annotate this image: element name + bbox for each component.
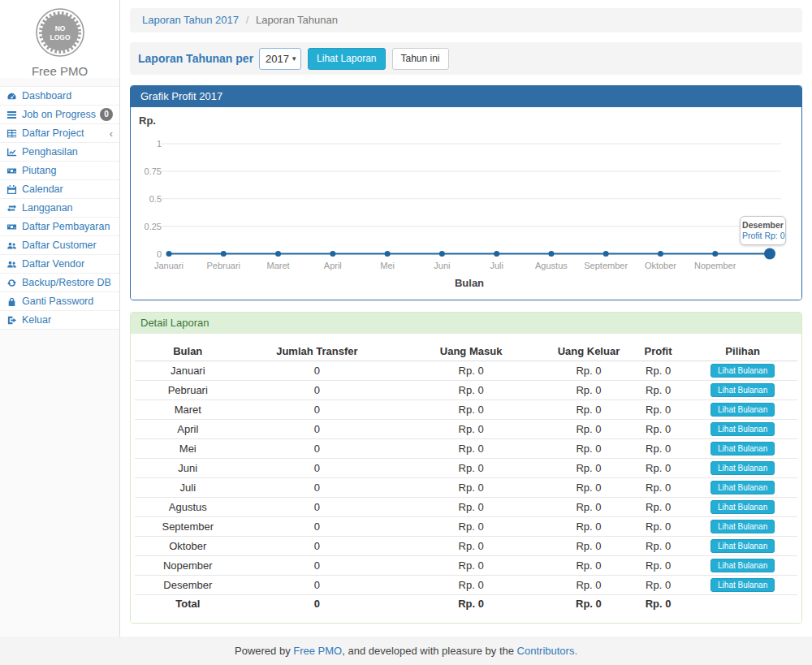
year-select[interactable]: 2017 [259,48,301,70]
bulan-cell: Maret [135,400,241,420]
refresh-icon [6,278,18,288]
uang_keluar-cell: Rp. 0 [549,420,628,439]
footer-link[interactable]: Contributors. [517,645,577,657]
x-tick-label: Maret [266,261,289,270]
users-icon [6,240,18,251]
sidebar-item-daftar-project[interactable]: Daftar Project‹ [0,124,119,143]
sidebar-item-calendar[interactable]: Calendar [0,180,119,199]
y-tick-label: 0.5 [149,194,162,204]
table-row: Juni0Rp. 0Rp. 0Rp. 0Lihat Bulanan [135,459,797,478]
sidebar-item-penghasilan[interactable]: Penghasilan [0,143,119,162]
sidebar-item-backup-restore-db[interactable]: Backup/Restore DB [0,274,119,292]
chart-point[interactable] [548,251,554,257]
breadcrumb-link[interactable]: Laporan Tahun 2017 [142,14,239,26]
column-header: Uang Keluar [549,342,628,361]
footer-link[interactable]: Free PMO [293,645,342,657]
chart-canvas[interactable]: 00.250.50.751JanuariPebruariMaretAprilMe… [131,107,801,300]
profit-cell: Rp. 0 [628,478,688,498]
uang_keluar-cell: Rp. 0 [549,459,628,478]
view-monthly-button[interactable]: Lihat Bulanan [710,559,775,572]
x-tick-label: Oktober [645,261,676,270]
lock-icon [6,296,18,307]
sidebar-item-daftar-customer[interactable]: Daftar Customer [0,236,119,255]
chart-point[interactable] [330,251,335,257]
chart-point[interactable] [764,248,775,260]
dashboard-icon [6,91,18,101]
main-content: Laporan Tahun 2017 / Laporan Tahunan Lap… [130,0,802,624]
profit-line-chart[interactable]: Rp. 00.250.50.751JanuariPebruariMaretApr… [131,107,801,300]
view-monthly-button[interactable]: Lihat Bulanan [710,520,775,533]
sidebar-item-keluar[interactable]: Keluar [0,311,119,330]
exchange-icon [6,203,18,214]
action-cell: Lihat Bulanan [688,576,797,595]
chart-point[interactable] [494,251,499,257]
action-cell: Lihat Bulanan [688,498,797,517]
x-tick-label: Pebruari [206,261,240,270]
jumlah_transfer-cell: 0 [241,400,394,420]
detail-report-panel: Detail Laporan BulanJumlah TransferUang … [130,312,802,624]
view-monthly-button[interactable]: Lihat Bulanan [710,442,775,456]
year-filter-bar: Laporan Tahunan per 2017 ▼ Lihat Laporan… [130,42,802,75]
breadcrumb-current: Laporan Tahunan [256,14,338,26]
money-icon [6,166,18,176]
uang_keluar-cell: Rp. 0 [549,400,628,420]
view-monthly-button[interactable]: Lihat Bulanan [710,539,775,553]
this-year-button[interactable]: Tahun ini [392,48,449,70]
view-monthly-button[interactable]: Lihat Bulanan [710,364,775,378]
money-icon [6,222,18,232]
view-monthly-button[interactable]: Lihat Bulanan [710,403,775,417]
jumlah_transfer-total-cell: 0 [241,595,394,613]
chart-point[interactable] [658,251,663,257]
action-cell: Lihat Bulanan [688,420,797,439]
view-monthly-button[interactable]: Lihat Bulanan [710,461,775,475]
action-cell: Lihat Bulanan [688,400,797,420]
profit-cell: Rp. 0 [628,498,688,517]
view-monthly-button[interactable]: Lihat Bulanan [710,422,775,436]
column-header: Bulan [135,342,241,361]
sidebar-item-label: Daftar Vendor [22,258,84,270]
jumlah_transfer-cell: 0 [241,420,394,439]
chart-point[interactable] [275,251,281,257]
view-report-button[interactable]: Lihat Laporan [308,48,385,70]
sidebar-item-label: Job on Progress [22,109,96,120]
view-monthly-button[interactable]: Lihat Bulanan [710,383,775,397]
action-cell: Lihat Bulanan [688,361,797,381]
chart-point[interactable] [385,251,391,257]
sidebar-item-label: Daftar Pembayaran [22,221,110,232]
table-icon [6,128,18,139]
table-row: Maret0Rp. 0Rp. 0Rp. 0Lihat Bulanan [135,400,797,420]
uang_keluar-cell: Rp. 0 [549,361,628,381]
chart-point[interactable] [221,251,227,257]
jumlah_transfer-cell: 0 [241,439,394,459]
bulan-cell: Pebruari [135,381,241,400]
profit-cell: Rp. 0 [628,556,688,576]
chart-point[interactable] [712,251,718,257]
chart-point[interactable] [603,251,609,257]
profit-cell: Rp. 0 [628,459,688,478]
view-monthly-button[interactable]: Lihat Bulanan [710,578,775,592]
year-filter-label: Laporan Tahunan per [138,52,253,65]
sidebar-item-dashboard[interactable]: Dashboard [0,87,119,106]
table-row: Nopember0Rp. 0Rp. 0Rp. 0Lihat Bulanan [135,556,797,576]
view-monthly-button[interactable]: Lihat Bulanan [710,481,775,494]
view-monthly-button[interactable]: Lihat Bulanan [710,500,775,514]
chart-point[interactable] [166,251,172,257]
sidebar-item-piutang[interactable]: Piutang [0,162,119,180]
y-tick-label: 0.25 [145,222,162,231]
sidebar-item-label: Calendar [22,184,63,195]
sidebar-item-label: Daftar Project [22,127,84,139]
sidebar-item-langganan[interactable]: Langganan [0,199,119,218]
x-axis-title: Bulan [455,277,484,289]
uang_masuk-cell: Rp. 0 [393,459,549,478]
sidebar-item-label: Backup/Restore DB [22,277,111,288]
sidebar-item-daftar-pembayaran[interactable]: Daftar Pembayaran [0,218,119,236]
bulan-cell: April [135,420,241,439]
sidebar-item-job-on-progress[interactable]: Job on Progress0 [0,106,119,124]
profit-cell: Rp. 0 [628,381,688,400]
breadcrumb: Laporan Tahun 2017 / Laporan Tahunan [130,8,802,32]
chart-point[interactable] [439,251,445,257]
sidebar-item-daftar-vendor[interactable]: Daftar Vendor [0,255,119,274]
action-cell: Lihat Bulanan [688,381,797,400]
sidebar-item-ganti-password[interactable]: Ganti Password [0,292,119,311]
x-tick-label: Januari [154,261,184,270]
